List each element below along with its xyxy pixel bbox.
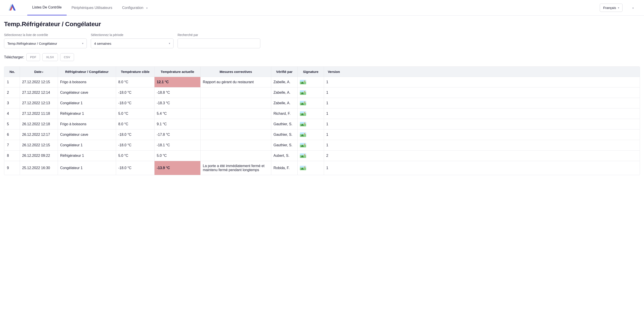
cell-device: Frigo à boissons [58,77,116,87]
nav-configuration[interactable]: Configuration ▾ [117,0,152,15]
cell-no: 8 [4,150,20,161]
cell-signature[interactable] [298,98,324,108]
cell-target: 8.0 °C [116,119,154,129]
cell-no: 7 [4,140,20,150]
cell-actual: -18.3 °C [154,98,200,108]
language-select[interactable]: Français ▾ [600,4,622,12]
chevron-down-icon: ▾ [618,6,619,10]
cell-target: -18.0 °C [116,140,154,150]
th-verified[interactable]: Vérifié par [271,67,298,77]
app-logo [8,3,17,12]
filter-row: Sélectionnez la liste de contrôle Temp.R… [4,33,640,48]
cell-actual: 12.1 °C [154,77,200,87]
cell-date: 26.12.2022 09:22 [20,150,58,161]
period-filter-label: Sélectionnez la période [91,33,174,37]
th-date-label: Date [34,70,42,74]
table-body: 127.12.2022 12:15Frigo à boissons8.0 °C1… [4,77,640,175]
cell-no: 5 [4,119,20,129]
cell-actual: -18.8 °C [154,88,200,98]
cell-no: 1 [4,77,20,87]
cell-date: 27.12.2022 12:15 [20,77,58,87]
cell-target: 8.0 °C [116,77,154,87]
cell-signature[interactable] [298,150,324,161]
th-corrective[interactable]: Mesures correctives [200,67,271,77]
signature-thumbnail-icon [300,90,306,95]
cell-corrective [200,150,271,161]
cell-target: -18.0 °C [116,88,154,98]
cell-device: Congélateur 1 [58,140,116,150]
chevron-down-icon: ▾ [632,6,634,10]
th-signature[interactable]: Signature [298,67,324,77]
download-csv-button[interactable]: CSV [60,53,74,61]
th-target[interactable]: Température cible [116,67,154,77]
cell-corrective [200,119,271,129]
cell-date: 26.12.2022 12:15 [20,140,58,150]
period-filter: Sélectionnez la période 4 semaines ▾ [91,33,174,48]
cell-no: 4 [4,108,20,119]
th-date[interactable]: Date▾ [20,67,58,77]
cell-signature[interactable] [298,77,324,87]
cell-actual: 5.0 °C [154,150,200,161]
signature-thumbnail-icon [300,80,306,84]
cell-verified: Zabelle, A. [271,98,298,108]
data-table: No. Date▾ Réfrigérateur / Congélateur Te… [4,66,640,175]
cell-date: 27.12.2022 12:14 [20,88,58,98]
th-version[interactable]: Version [324,67,344,77]
th-actual[interactable]: Température actuelle [154,67,200,77]
cell-signature[interactable] [298,161,324,175]
table-row: 526.12.2022 12:18Frigo à boissons8.0 °C9… [4,119,640,129]
chevron-down-icon: ▾ [82,42,84,45]
cell-no: 3 [4,98,20,108]
cell-signature[interactable] [298,108,324,119]
cell-date: 26.12.2022 12:17 [20,130,58,140]
signature-thumbnail-icon [300,143,306,148]
cell-signature[interactable] [298,119,324,129]
cell-target: -18.0 °C [116,130,154,140]
cell-device: Réfrigérateur 1 [58,150,116,161]
cell-version: 1 [324,140,344,150]
cell-no: 6 [4,130,20,140]
cell-version: 1 [324,77,344,87]
signature-thumbnail-icon [300,122,306,126]
download-pdf-button[interactable]: PDF [26,53,40,61]
cell-actual: -18.1 °C [154,140,200,150]
language-label: Français [603,6,616,10]
cell-version: 1 [324,88,344,98]
period-select[interactable]: 4 semaines ▾ [91,38,174,48]
nav-checklists[interactable]: Listes De Contrôle [27,0,67,16]
cell-target: 5.0 °C [116,150,154,161]
signature-thumbnail-icon [300,132,306,137]
cell-signature[interactable] [298,88,324,98]
th-no[interactable]: No. [4,67,20,77]
cell-device: Frigo à boissons [58,119,116,129]
signature-thumbnail-icon [300,101,306,105]
user-menu[interactable]: ▾ [630,4,636,12]
cell-signature[interactable] [298,130,324,140]
cell-actual: 5.4 °C [154,108,200,119]
nav-user-devices[interactable]: Périphériques Utilisateurs [67,0,117,15]
search-input[interactable] [178,38,260,48]
cell-corrective: Rapport au gérant du restaurant [200,77,271,87]
cell-verified: Robida, F. [271,161,298,175]
download-row: Télécharger: PDF XLSX CSV [4,53,640,61]
cell-target: -18.0 °C [116,161,154,175]
checklist-select[interactable]: Temp.Réfrigérateur / Congélateur ▾ [4,38,87,48]
cell-date: 27.12.2022 11:18 [20,108,58,119]
cell-version: 1 [324,161,344,175]
cell-actual: 9.1 °C [154,119,200,129]
cell-no: 9 [4,161,20,175]
cell-actual: -17.8 °C [154,130,200,140]
cell-signature[interactable] [298,140,324,150]
cell-version: 1 [324,119,344,129]
signature-thumbnail-icon [300,154,306,158]
search-filter-label: Recherché par [178,33,260,37]
sort-desc-icon: ▾ [42,71,44,73]
th-device[interactable]: Réfrigérateur / Congélateur [58,67,116,77]
table-row: 127.12.2022 12:15Frigo à boissons8.0 °C1… [4,77,640,87]
download-xlsx-button[interactable]: XLSX [42,53,58,61]
cell-verified: Zabelle, A. [271,88,298,98]
cell-verified: Richard, F. [271,108,298,119]
cell-target: -18.0 °C [116,98,154,108]
main-nav: Listes De Contrôle Périphériques Utilisa… [27,0,152,16]
cell-version: 2 [324,150,344,161]
